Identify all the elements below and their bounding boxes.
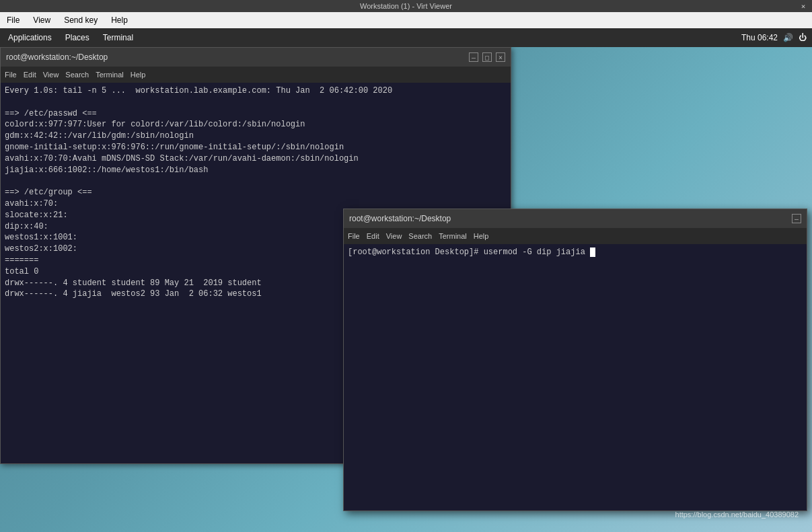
terminal-1-close-button[interactable]: × <box>496 52 505 62</box>
terminal-1-max-button[interactable]: □ <box>482 52 492 62</box>
panel-places[interactable]: Places <box>63 32 92 44</box>
term2-menu-help[interactable]: Help <box>474 232 489 240</box>
term1-menu-edit[interactable]: Edit <box>24 71 36 79</box>
terminal-1-menubar: File Edit View Search Terminal Help <box>1 67 511 83</box>
terminal-2-content[interactable]: [root@workstation Desktop]# usermod -G d… <box>344 244 807 510</box>
term1-menu-search[interactable]: Search <box>65 71 89 79</box>
term1-menu-help[interactable]: Help <box>131 71 146 79</box>
term1-menu-terminal[interactable]: Terminal <box>96 71 124 79</box>
term2-menu-edit[interactable]: Edit <box>367 232 379 240</box>
terminal-1-buttons: — □ × <box>469 52 505 62</box>
terminal-2-titlebar: root@workstation:~/Desktop — <box>344 209 807 228</box>
desktop: root@workstation:~/Desktop — □ × File Ed… <box>0 47 812 532</box>
panel-volume-icon[interactable]: 🔊 <box>783 33 793 42</box>
virt-viewer-menubar: File View Send key Help <box>0 12 812 28</box>
virt-menu-view[interactable]: View <box>29 14 54 26</box>
panel-applications[interactable]: Applications <box>5 32 54 44</box>
virt-menu-file[interactable]: File <box>3 14 24 26</box>
virt-viewer-titlebar: Workstation (1) - Virt Viewer × <box>0 0 812 12</box>
panel-right-items: Thu 06:42 🔊 ⏻ <box>741 33 807 42</box>
terminal-1-min-button[interactable]: — <box>469 52 478 62</box>
url-text: https://blog.csdn.net/baidu_40389082 <box>675 510 799 519</box>
term1-menu-view[interactable]: View <box>43 71 59 79</box>
terminal-1-titlebar: root@workstation:~/Desktop — □ × <box>1 48 511 67</box>
terminal-2-min-button[interactable]: — <box>792 214 801 223</box>
panel-terminal[interactable]: Terminal <box>100 32 136 44</box>
terminal-window-2: root@workstation:~/Desktop — File Edit V… <box>343 208 807 511</box>
virt-viewer-title-text: Workstation (1) - Virt Viewer <box>360 2 452 10</box>
virt-viewer-close-button[interactable]: × <box>797 0 809 12</box>
url-bar: https://blog.csdn.net/baidu_40389082 <box>675 510 799 519</box>
terminal-2-title: root@workstation:~/Desktop <box>349 214 451 223</box>
term2-menu-search[interactable]: Search <box>408 232 432 240</box>
virt-menu-sendkey[interactable]: Send key <box>60 14 102 26</box>
panel-clock: Thu 06:42 <box>741 33 778 42</box>
panel-power-icon[interactable]: ⏻ <box>799 33 807 42</box>
terminal-2-buttons: — <box>792 214 801 223</box>
terminal-1-title: root@workstation:~/Desktop <box>6 52 108 62</box>
virt-menu-help[interactable]: Help <box>107 14 132 26</box>
term2-menu-view[interactable]: View <box>386 232 402 240</box>
term2-menu-file[interactable]: File <box>348 232 360 240</box>
terminal-2-menubar: File Edit View Search Terminal Help <box>344 228 807 244</box>
term1-menu-file[interactable]: File <box>5 71 17 79</box>
panel-left-items: Applications Places Terminal <box>5 32 136 44</box>
gnome-top-panel: Applications Places Terminal Thu 06:42 🔊… <box>0 28 812 47</box>
term2-menu-terminal[interactable]: Terminal <box>439 232 467 240</box>
